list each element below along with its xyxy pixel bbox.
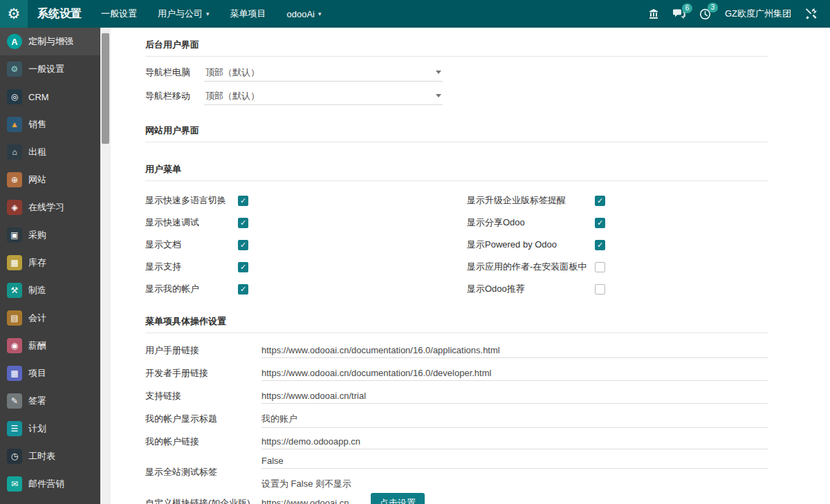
checkbox[interactable]: ✓: [238, 284, 248, 295]
checkbox-row: 显示快速调试✓: [145, 212, 467, 234]
checkbox[interactable]: [595, 284, 605, 295]
settings-content: 后台用户界面 导航栏电脑顶部（默认）导航栏移动顶部（默认） 网站用户界面 用户菜…: [111, 28, 830, 504]
field-value-area: False设置为 False 则不显示: [261, 453, 768, 492]
sidebar-item-label: 薪酬: [28, 339, 46, 352]
scrollbar-thumb[interactable]: [102, 33, 109, 144]
checkbox-label: 显示Powered by Odoo: [467, 239, 595, 251]
checkbox[interactable]: ✓: [595, 218, 605, 228]
sidebar-item[interactable]: ▦项目: [0, 360, 100, 387]
field-input[interactable]: https://www.odooai.cn/documentation/16.0…: [261, 342, 768, 358]
field-rows: 用户手册链接https://www.odooai.cn/documentatio…: [145, 339, 768, 504]
building-icon-svg: [648, 8, 659, 19]
activities-badge: 3: [708, 3, 718, 12]
checkbox-row: 显示Odoo推荐: [467, 278, 768, 300]
sidebar-item-label: 工时表: [28, 450, 55, 463]
sidebar-item-label: 库存: [28, 256, 46, 269]
field-input[interactable]: https://www.odooai.cn/trial: [261, 388, 768, 404]
field-input[interactable]: https://www.odooai.cn/documentation/16.0…: [261, 365, 768, 381]
sidebar-item[interactable]: ⚙一般设置: [0, 55, 100, 83]
setting-field-row: 显示全站测试标签False设置为 False 则不显示: [145, 453, 768, 492]
dropdown-select[interactable]: 顶部（默认）: [204, 64, 443, 82]
checkbox[interactable]: ✓: [238, 262, 248, 272]
sidebar-item[interactable]: ⚒制造: [0, 277, 100, 304]
field-input[interactable]: https://demo.odooapp.cn: [261, 433, 768, 449]
email-marketing-icon: ✉: [7, 476, 22, 492]
topbar-menu-item[interactable]: 用户与公司▾: [158, 8, 210, 20]
sidebar-item[interactable]: ▦库存: [0, 249, 100, 277]
field-input[interactable]: False: [261, 453, 768, 469]
checkbox[interactable]: ✓: [238, 196, 248, 206]
sign-icon: ✎: [7, 393, 22, 409]
payroll-icon: ◉: [7, 338, 22, 353]
sidebar-item[interactable]: ▣采购: [0, 221, 100, 249]
sidebar-item-label: 网站: [28, 174, 46, 186]
sidebar-item[interactable]: ◉薪酬: [0, 332, 100, 360]
inventory-icon: ▦: [7, 255, 22, 270]
building-icon[interactable]: [648, 8, 659, 19]
sidebar-item-label: 定制与增强: [28, 35, 73, 48]
sidebar-item-label: 销售: [28, 118, 46, 131]
sidebar-item[interactable]: ✎签署: [0, 387, 100, 415]
chevron-down-icon: [436, 94, 441, 97]
setting-field-row: 我的帐户显示标题我的账户: [145, 407, 768, 430]
field-input[interactable]: https://www.odooai.cn: [261, 495, 365, 504]
field-label: 开发者手册链接: [145, 367, 261, 380]
field-value-area: https://demo.odooapp.cn: [261, 433, 768, 449]
sidebar-item-label: 制造: [28, 284, 46, 297]
field-value-area: https://www.odooai.cn/trial: [261, 388, 768, 404]
sidebar-item-label: 签署: [28, 395, 46, 407]
section-title-website-ui: 网站用户界面: [145, 124, 768, 137]
tools-menu[interactable]: [805, 8, 818, 20]
checkbox[interactable]: [595, 262, 605, 272]
checkbox-label: 显示升级企业版标签提醒: [467, 194, 595, 207]
checkbox[interactable]: ✓: [238, 218, 248, 228]
user-menu[interactable]: GZ欧度广州集团: [725, 8, 791, 20]
timesheet-icon: ◷: [7, 449, 22, 464]
checkbox-row: 显示分享Odoo✓: [467, 212, 768, 234]
checkbox-row: 显示支持✓: [145, 256, 467, 278]
messages-icon[interactable]: 6: [673, 9, 685, 19]
accounting-icon: ▤: [7, 310, 22, 326]
sidebar-item[interactable]: ▲销售: [0, 111, 100, 138]
sidebar-item[interactable]: ✉邮件营销: [0, 470, 100, 498]
sidebar-item[interactable]: ☰计划: [0, 415, 100, 442]
checkbox-label: 显示分享Odoo: [467, 216, 595, 229]
sidebar-item[interactable]: ◈在线学习: [0, 194, 100, 221]
sidebar-item-label: CRM: [28, 92, 49, 102]
setting-field-row: 支持链接https://www.odooai.cn/trial: [145, 384, 768, 407]
checkbox[interactable]: ✓: [595, 196, 605, 206]
checkbox-row: 显示我的帐户✓: [145, 278, 467, 300]
sidebar-item[interactable]: ▤会计: [0, 304, 100, 332]
elearning-icon: ◈: [7, 200, 22, 215]
checkbox[interactable]: ✓: [595, 240, 605, 250]
checkbox-row: 显示Powered by Odoo✓: [467, 234, 768, 256]
field-input[interactable]: 我的账户: [261, 410, 768, 428]
sidebar-item[interactable]: A定制与增强: [0, 28, 100, 55]
dropdown-value: 顶部（默认）: [205, 66, 259, 79]
sidebar-item[interactable]: ⊕网站: [0, 166, 100, 194]
dropdown-select[interactable]: 顶部（默认）: [204, 88, 443, 105]
planning-icon: ☰: [7, 421, 22, 436]
sales-icon: ▲: [7, 117, 22, 132]
checkbox[interactable]: ✓: [238, 240, 248, 250]
general-settings-icon: ⚙: [7, 62, 22, 77]
scrollbar-track[interactable]: [100, 28, 111, 504]
sidebar-item[interactable]: ◎CRM: [0, 83, 100, 111]
set-button[interactable]: 点击设置: [371, 493, 425, 504]
sidebar-item-label: 计划: [28, 422, 46, 435]
sidebar-item[interactable]: ⌂出租: [0, 138, 100, 166]
checkbox-label: 显示我的帐户: [145, 283, 238, 295]
topbar-menu-item[interactable]: 一般设置: [101, 8, 137, 20]
activities-icon[interactable]: 3: [699, 8, 711, 20]
dropdown-value: 顶部（默认）: [205, 90, 259, 102]
sidebar-item[interactable]: ◷工时表: [0, 442, 100, 470]
field-value-area: https://www.odooai.cn/documentation/16.0…: [261, 342, 768, 358]
sidebar-item-label: 出租: [28, 146, 46, 158]
field-value-area: https://www.odooai.cn/documentation/16.0…: [261, 365, 768, 381]
checkbox-column-right: 显示升级企业版标签提醒✓显示分享Odoo✓显示Powered by Odoo✓显…: [467, 189, 768, 300]
checkbox-label: 显示Odoo推荐: [467, 283, 595, 295]
rental-icon: ⌂: [7, 144, 22, 160]
topbar-menu-item[interactable]: odooAi▾: [287, 9, 322, 19]
topbar-menu-item[interactable]: 菜单项目: [230, 8, 266, 20]
app-gear-icon[interactable]: ⚙: [0, 0, 28, 28]
